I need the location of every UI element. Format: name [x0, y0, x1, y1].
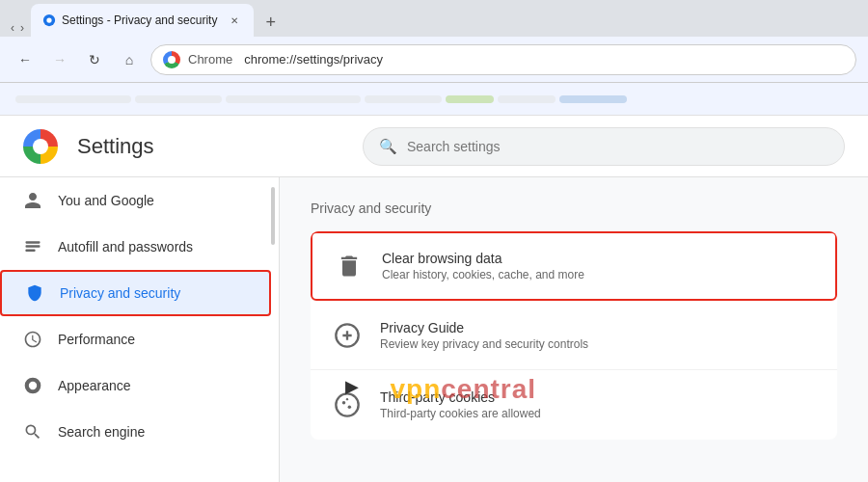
- svg-point-12: [348, 406, 352, 410]
- sidebar-item-label: Privacy and security: [60, 285, 180, 301]
- person-icon: [23, 191, 42, 210]
- new-tab-button[interactable]: +: [258, 9, 284, 37]
- bookmark-item[interactable]: [226, 95, 361, 103]
- svg-point-11: [342, 401, 346, 405]
- bookmark-item[interactable]: [15, 95, 131, 103]
- tab-favicon: [42, 13, 56, 27]
- trash-icon: [332, 249, 366, 283]
- bookmark-item[interactable]: [446, 95, 494, 103]
- sidebar-item-privacy[interactable]: Privacy and security: [0, 270, 271, 316]
- bookmark-item[interactable]: [498, 95, 556, 103]
- sidebar-item-label: Autofill and passwords: [58, 239, 193, 254]
- tab-title: Settings - Privacy and security: [62, 13, 217, 27]
- shield-icon: [25, 283, 44, 303]
- clear-browsing-data-item[interactable]: Clear browsing data Clear history, cooki…: [311, 231, 837, 301]
- svg-point-13: [346, 398, 348, 400]
- sidebar-item-label: Performance: [58, 332, 135, 347]
- sidebar: You and Google Autofill and passwords Pr…: [0, 177, 280, 482]
- reload-button[interactable]: ↻: [81, 46, 108, 73]
- svg-rect-2: [26, 241, 41, 244]
- tab-close-button[interactable]: ✕: [227, 13, 242, 28]
- arrow-left-icon[interactable]: ‹: [8, 19, 17, 37]
- bookmark-item[interactable]: [135, 95, 222, 103]
- sidebar-item-autofill[interactable]: Autofill and passwords: [0, 224, 271, 270]
- third-party-cookies-item[interactable]: Third-party cookies Third-party cookies …: [311, 370, 837, 440]
- search-box[interactable]: 🔍: [363, 127, 845, 166]
- sidebar-item-you-and-google[interactable]: You and Google: [0, 177, 271, 224]
- sidebar-item-appearance[interactable]: Appearance: [0, 362, 271, 409]
- third-party-cookies-title: Third-party cookies: [380, 389, 818, 405]
- sidebar-item-label: You and Google: [58, 193, 154, 208]
- settings-logo-icon: [23, 129, 58, 164]
- svg-point-1: [46, 17, 51, 22]
- clear-browsing-data-subtitle: Clear history, cookies, cache, and more: [382, 268, 816, 281]
- clear-browsing-data-text: Clear browsing data Clear history, cooki…: [382, 251, 816, 281]
- privacy-guide-item[interactable]: Privacy Guide Review key privacy and sec…: [311, 301, 837, 370]
- sidebar-item-performance[interactable]: Performance: [0, 316, 271, 362]
- sidebar-item-label: Appearance: [58, 378, 131, 393]
- appearance-icon: [23, 376, 42, 395]
- performance-icon: [23, 330, 42, 349]
- home-button[interactable]: ⌂: [116, 46, 143, 73]
- svg-point-6: [29, 382, 37, 389]
- privacy-guide-title: Privacy Guide: [380, 320, 818, 335]
- autofill-icon: [23, 237, 42, 256]
- clear-browsing-data-title: Clear browsing data: [382, 251, 816, 266]
- settings-title: Settings: [77, 134, 154, 159]
- search-input[interactable]: [407, 139, 828, 154]
- bookmark-item[interactable]: [365, 95, 442, 103]
- active-tab[interactable]: Settings - Privacy and security ✕: [31, 4, 254, 37]
- main-content: Privacy and security Clear browsing data…: [280, 177, 868, 482]
- chrome-logo-icon: [163, 51, 180, 68]
- address-text: chrome://settings/privacy: [244, 52, 383, 67]
- forward-button[interactable]: →: [46, 46, 73, 73]
- svg-rect-3: [26, 245, 41, 248]
- privacy-guide-text: Privacy Guide Review key privacy and sec…: [380, 320, 818, 351]
- settings-cards: Clear browsing data Clear history, cooki…: [311, 231, 837, 440]
- search-engine-icon: [23, 422, 42, 442]
- svg-point-10: [336, 393, 358, 415]
- browser-brand-label: Chrome: [188, 52, 232, 67]
- svg-rect-4: [26, 250, 36, 253]
- bookmarks-bar: [0, 83, 868, 116]
- settings-header: Settings 🔍: [0, 116, 868, 177]
- privacy-guide-icon: [330, 318, 365, 353]
- address-bar: ← → ↻ ⌂ Chrome chrome://settings/privacy: [0, 37, 868, 83]
- scrollbar[interactable]: [271, 187, 275, 245]
- search-icon: 🔍: [379, 138, 397, 155]
- third-party-cookies-text: Third-party cookies Third-party cookies …: [380, 389, 818, 420]
- settings-page: Settings 🔍 You and Google Autofill and: [0, 116, 868, 482]
- cookies-icon: [330, 388, 365, 422]
- address-input-wrap[interactable]: Chrome chrome://settings/privacy: [150, 44, 856, 75]
- sidebar-item-label: Search engine: [58, 424, 145, 440]
- arrow-right-icon[interactable]: ›: [17, 19, 27, 37]
- privacy-guide-subtitle: Review key privacy and security controls: [380, 337, 818, 351]
- back-button[interactable]: ←: [12, 46, 39, 73]
- bookmark-item[interactable]: [559, 95, 627, 103]
- sidebar-item-search-engine[interactable]: Search engine: [0, 409, 271, 455]
- settings-body: You and Google Autofill and passwords Pr…: [0, 177, 868, 482]
- browser-window: ‹ › Settings - Privacy and security ✕ + …: [0, 0, 868, 116]
- section-title: Privacy and security: [311, 201, 837, 216]
- tab-navigation-arrows: ‹ ›: [8, 19, 27, 37]
- third-party-cookies-subtitle: Third-party cookies are allowed: [380, 407, 818, 420]
- tab-bar: ‹ › Settings - Privacy and security ✕ +: [0, 0, 868, 37]
